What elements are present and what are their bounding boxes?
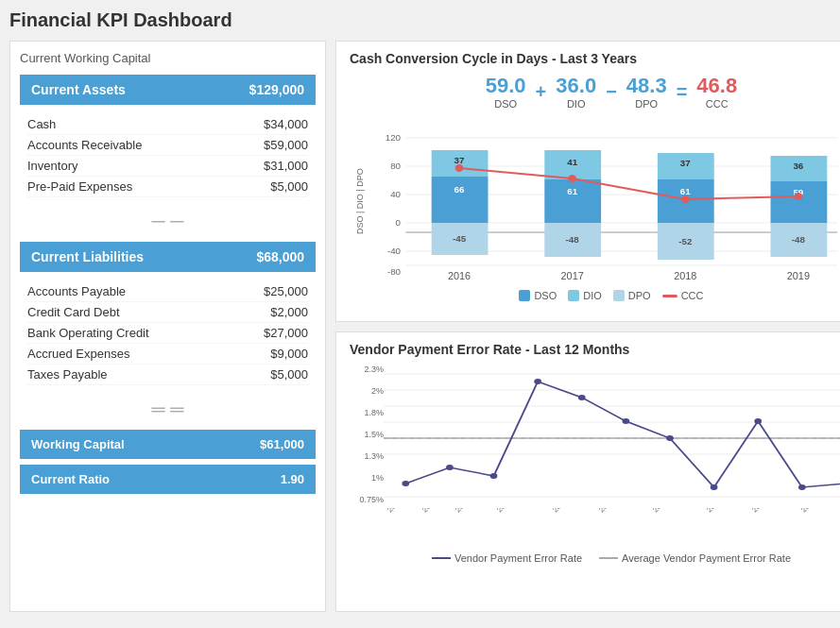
legend-dso: DSO	[519, 290, 557, 301]
svg-text:0: 0	[396, 217, 401, 228]
svg-text:2016: 2016	[448, 271, 471, 281]
svg-point-68	[798, 484, 806, 490]
vendor-x-axis: 2018 June 2018 July 2018 August 2018 Sep…	[386, 508, 840, 551]
dso-legend-label: DSO	[534, 290, 557, 301]
current-liabilities-bar: Current Liabilities $68,000	[20, 242, 316, 272]
y-axis-left-label: DSO | DIO | DPO	[350, 119, 365, 284]
bar-chart-wrapper: DSO | DIO | DPO 120 80 40	[350, 119, 840, 284]
vendor-chart-svg	[384, 365, 840, 506]
list-item: Accounts Payable $25,000	[27, 281, 308, 302]
item-label: Accounts Payable	[27, 284, 126, 298]
dio-value: 36.0	[556, 74, 596, 98]
liabilities-list: Accounts Payable $25,000 Credit Card Deb…	[20, 278, 316, 389]
current-ratio-label: Current Ratio	[31, 472, 110, 486]
svg-point-67	[754, 418, 762, 424]
ccc-legend-color	[662, 295, 677, 297]
minus-sign: ─ ─	[20, 207, 316, 236]
svg-text:37: 37	[454, 155, 465, 165]
list-item: Pre-Paid Expenses $5,000	[27, 177, 308, 197]
list-item: Inventory $31,000	[27, 156, 308, 177]
svg-text:2018: 2018	[674, 271, 696, 281]
list-item: Accrued Expenses $9,000	[27, 344, 308, 365]
item-value: $2,000	[270, 305, 308, 319]
section-title: Current Working Capital	[20, 51, 316, 65]
bar-chart-svg: 120 80 40 0 -40 -80 70 60 50 40 30 20	[365, 119, 840, 284]
svg-text:2019: 2019	[787, 271, 810, 281]
item-value: $5,000	[270, 179, 308, 194]
dio-legend-label: DIO	[583, 290, 602, 301]
item-value: $25,000	[264, 284, 308, 298]
svg-text:-80: -80	[387, 266, 401, 277]
svg-text:120: 120	[386, 132, 401, 143]
svg-point-61	[490, 473, 498, 479]
legend-dio: DIO	[568, 290, 602, 301]
svg-text:-45: -45	[453, 233, 466, 244]
vendor-legend-avg: Average Vendor Payment Error Rate	[599, 552, 791, 564]
svg-text:61: 61	[680, 186, 691, 196]
ccc-chart-card: Cash Conversion Cycle in Days - Last 3 Y…	[335, 41, 840, 322]
item-value: $27,000	[264, 326, 308, 340]
svg-text:66: 66	[454, 184, 465, 195]
svg-text:2017: 2017	[561, 271, 584, 281]
list-item: Cash $34,000	[27, 114, 308, 135]
svg-point-47	[455, 164, 464, 172]
dso-value: 59.0	[486, 74, 526, 98]
assets-list: Cash $34,000 Accounts Receivable $59,000…	[20, 110, 316, 201]
list-item: Credit Card Debt $2,000	[27, 302, 308, 323]
vendor-legend-error: Vendor Payment Error Rate	[432, 552, 582, 564]
svg-text:80: 80	[390, 161, 401, 171]
x-label: 2019 March	[799, 508, 840, 538]
left-panel: Current Working Capital Current Assets $…	[9, 41, 326, 612]
current-assets-label: Current Assets	[31, 82, 126, 97]
svg-point-50	[795, 193, 803, 200]
vendor-chart-card: Vendor Payment Error Rate - Last 12 Mont…	[335, 331, 840, 613]
list-item: Accounts Receivable $59,000	[27, 135, 308, 156]
vendor-chart-title: Vendor Payment Error Rate - Last 12 Mont…	[350, 342, 840, 357]
ccc-item: 46.8 CCC	[696, 74, 737, 110]
svg-text:-48: -48	[566, 234, 579, 245]
svg-text:36: 36	[793, 161, 803, 171]
svg-point-63	[578, 395, 586, 400]
svg-text:-52: -52	[678, 236, 692, 246]
plus-operator: +	[536, 81, 547, 103]
equals-operator: =	[677, 81, 688, 103]
svg-point-60	[446, 465, 454, 470]
dio-item: 36.0 DIO	[556, 74, 596, 110]
ccc-value: 46.8	[696, 74, 737, 98]
ccc-legend-label: CCC	[681, 290, 704, 301]
item-label: Accrued Expenses	[27, 347, 129, 361]
item-label: Accounts Receivable	[27, 138, 142, 152]
right-panel: Cash Conversion Cycle in Days - Last 3 Y…	[335, 41, 840, 612]
legend-dpo: DPO	[613, 290, 651, 301]
dio-legend-color	[568, 290, 579, 301]
item-label: Credit Card Debt	[27, 305, 120, 319]
svg-point-49	[681, 195, 690, 203]
dso-legend-color	[519, 290, 530, 301]
svg-text:40: 40	[390, 189, 401, 199]
item-value: $5,000	[270, 367, 308, 382]
ccc-chart-title: Cash Conversion Cycle in Days - Last 3 Y…	[350, 51, 840, 66]
svg-point-62	[534, 379, 541, 384]
item-value: $34,000	[264, 117, 308, 131]
dso-label: DSO	[486, 98, 526, 110]
error-rate-legend-line	[432, 557, 451, 559]
dpo-legend-label: DPO	[628, 290, 651, 301]
dpo-label: DPO	[626, 98, 667, 110]
current-ratio-bar: Current Ratio 1.90	[20, 465, 316, 494]
svg-text:61: 61	[567, 186, 577, 196]
item-label: Inventory	[27, 159, 77, 173]
dpo-item: 48.3 DPO	[626, 74, 667, 110]
item-value: $9,000	[270, 347, 308, 361]
vendor-chart-wrapper: 2.3% 2% 1.8% 1.5% 1.3% 1% 0.75%	[350, 365, 840, 506]
item-label: Bank Operating Credit	[27, 326, 149, 340]
error-rate-legend-label: Vendor Payment Error Rate	[454, 552, 582, 564]
current-liabilities-label: Current Liabilities	[31, 249, 144, 264]
equals-sign: ═ ═	[20, 395, 316, 424]
list-item: Bank Operating Credit $27,000	[27, 323, 308, 344]
ccc-label: CCC	[696, 98, 737, 110]
current-ratio-value: 1.90	[281, 472, 304, 486]
bar-chart-legend: DSO DIO DPO CCC	[350, 290, 840, 301]
current-assets-bar: Current Assets $129,000	[20, 75, 316, 105]
svg-text:-40: -40	[387, 246, 401, 256]
current-assets-value: $129,000	[249, 82, 304, 97]
